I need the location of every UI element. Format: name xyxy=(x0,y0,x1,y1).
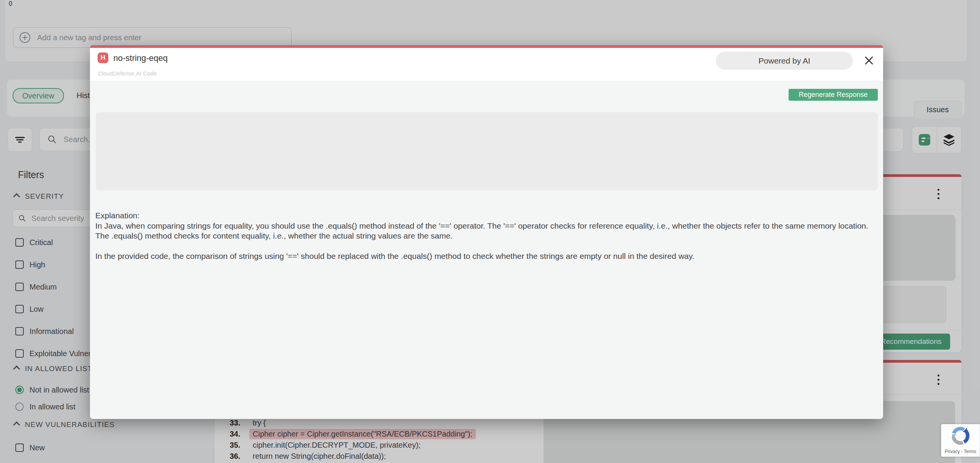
explanation-paragraph-2: In the provided code, the comparison of … xyxy=(95,251,879,262)
severity-badge: H xyxy=(98,52,108,63)
modal-subtitle: CloudDefense.AI Code xyxy=(98,70,157,77)
powered-by-ai-label: Powered by AI xyxy=(758,56,810,65)
explanation-heading: Explanation: xyxy=(95,211,879,221)
explanation-paragraph-1: In Java, when comparing strings for equa… xyxy=(95,221,879,241)
explanation-section: Explanation: In Java, when comparing str… xyxy=(95,211,879,261)
modal-title: no-string-eqeq xyxy=(113,53,168,63)
modal-header: H no-string-eqeq CloudDefense.AI Code Po… xyxy=(90,48,883,81)
regenerate-response-button[interactable]: Regenerate Response xyxy=(789,89,878,101)
screen: 0 Overview History Issues xyxy=(0,0,980,463)
ai-fix-modal: H no-string-eqeq CloudDefense.AI Code Po… xyxy=(90,45,883,419)
recaptcha-privacy-terms[interactable]: Privacy - Terms xyxy=(945,449,976,454)
recaptcha-badge[interactable]: Privacy - Terms xyxy=(941,424,980,457)
suggested-code-block xyxy=(96,112,878,190)
recaptcha-logo xyxy=(951,426,970,445)
powered-by-ai-badge: Powered by AI xyxy=(716,52,853,70)
modal-accent-bar xyxy=(90,45,883,48)
close-icon[interactable] xyxy=(861,53,877,68)
